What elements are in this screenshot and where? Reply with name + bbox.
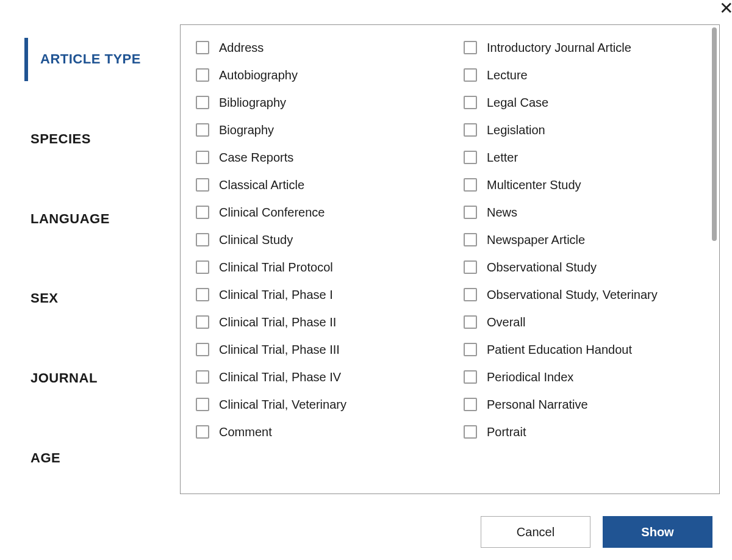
filter-option-label: Legal Case xyxy=(487,95,548,110)
checkbox-icon[interactable] xyxy=(464,96,477,109)
options-col-2: Introductory Journal ArticleLectureLegal… xyxy=(464,40,707,481)
filter-option[interactable]: Observational Study xyxy=(464,260,707,275)
filter-option[interactable]: Bibliography xyxy=(196,95,439,110)
filter-option[interactable]: Clinical Conference xyxy=(196,205,439,220)
filter-option-label: Clinical Trial, Veterinary xyxy=(219,397,346,412)
filter-option-label: Address xyxy=(219,40,264,55)
checkbox-icon[interactable] xyxy=(196,206,209,219)
cancel-button[interactable]: Cancel xyxy=(481,516,590,548)
filter-option[interactable]: Autobiography xyxy=(196,68,439,82)
filter-option[interactable]: Letter xyxy=(464,150,707,165)
filter-option-label: Newspaper Article xyxy=(487,232,585,247)
checkbox-icon[interactable] xyxy=(464,151,477,164)
options-panel: AddressAutobiographyBibliographyBiograph… xyxy=(180,24,720,494)
sidebar-item-language[interactable]: LANGUAGE xyxy=(0,198,180,241)
sidebar-item-species[interactable]: SPECIES xyxy=(0,118,180,161)
filter-option-label: Comment xyxy=(219,425,272,439)
checkbox-icon[interactable] xyxy=(464,370,477,384)
sidebar-item-label: LANGUAGE xyxy=(30,211,110,226)
checkbox-icon[interactable] xyxy=(464,233,477,246)
filter-option[interactable]: Classical Article xyxy=(196,178,439,192)
checkbox-icon[interactable] xyxy=(464,41,477,54)
sidebar-item-label: JOURNAL xyxy=(30,370,98,386)
filter-option[interactable]: Patient Education Handout xyxy=(464,342,707,357)
checkbox-icon[interactable] xyxy=(464,178,477,192)
checkbox-icon[interactable] xyxy=(196,288,209,301)
filter-option-label: Overall xyxy=(487,315,525,329)
filter-option[interactable]: Clinical Trial Protocol xyxy=(196,260,439,275)
filter-option[interactable]: Comment xyxy=(196,425,439,439)
filter-option[interactable]: Introductory Journal Article xyxy=(464,40,707,55)
checkbox-icon[interactable] xyxy=(464,398,477,411)
filter-option[interactable]: Observational Study, Veterinary xyxy=(464,287,707,302)
filter-option[interactable]: Clinical Trial, Veterinary xyxy=(196,397,439,412)
filter-option[interactable]: Overall xyxy=(464,315,707,329)
show-button[interactable]: Show xyxy=(603,516,712,548)
checkbox-icon[interactable] xyxy=(464,206,477,219)
filter-option[interactable]: Periodical Index xyxy=(464,370,707,384)
checkbox-icon[interactable] xyxy=(196,151,209,164)
filter-option[interactable]: Clinical Trial, Phase II xyxy=(196,315,439,329)
checkbox-icon[interactable] xyxy=(196,398,209,411)
checkbox-icon[interactable] xyxy=(464,288,477,301)
filter-option-label: Clinical Trial, Phase IV xyxy=(219,370,341,384)
options-col-1: AddressAutobiographyBibliographyBiograph… xyxy=(196,40,439,481)
sidebar-item-label: SPECIES xyxy=(30,131,91,146)
checkbox-icon[interactable] xyxy=(464,68,477,82)
checkbox-icon[interactable] xyxy=(196,343,209,356)
scrollbar-thumb[interactable] xyxy=(712,27,717,241)
checkbox-icon[interactable] xyxy=(196,260,209,274)
close-icon[interactable]: ✕ xyxy=(719,0,732,17)
sidebar-item-journal[interactable]: JOURNAL xyxy=(0,357,180,400)
filter-option[interactable]: News xyxy=(464,205,707,220)
filter-option-label: Patient Education Handout xyxy=(487,342,632,357)
checkbox-icon[interactable] xyxy=(196,123,209,137)
filter-option-label: Periodical Index xyxy=(487,370,573,384)
filter-dialog: ARTICLE TYPESPECIESLANGUAGESEXJOURNALAGE… xyxy=(0,0,732,494)
checkbox-icon[interactable] xyxy=(196,315,209,329)
checkbox-icon[interactable] xyxy=(464,343,477,356)
checkbox-icon[interactable] xyxy=(196,68,209,82)
filter-option-label: Clinical Study xyxy=(219,232,293,247)
scrollbar-track[interactable] xyxy=(712,27,717,491)
filter-option-label: Multicenter Study xyxy=(487,178,581,192)
sidebar-item-article-type[interactable]: ARTICLE TYPE xyxy=(24,38,180,81)
filter-option[interactable]: Legal Case xyxy=(464,95,707,110)
filter-option-label: Biography xyxy=(219,123,274,137)
filter-option[interactable]: Lecture xyxy=(464,68,707,82)
filter-option-label: Case Reports xyxy=(219,150,293,165)
checkbox-icon[interactable] xyxy=(464,425,477,439)
checkbox-icon[interactable] xyxy=(464,260,477,274)
filter-option[interactable]: Multicenter Study xyxy=(464,178,707,192)
checkbox-icon[interactable] xyxy=(464,315,477,329)
filter-option[interactable]: Personal Narrative xyxy=(464,397,707,412)
options-columns: AddressAutobiographyBibliographyBiograph… xyxy=(196,40,707,481)
sidebar-item-label: SEX xyxy=(30,290,59,306)
filter-option[interactable]: Clinical Study xyxy=(196,232,439,247)
filter-option-label: Clinical Trial, Phase I xyxy=(219,287,333,302)
filter-sidebar: ARTICLE TYPESPECIESLANGUAGESEXJOURNALAGE xyxy=(0,24,180,494)
checkbox-icon[interactable] xyxy=(464,123,477,137)
filter-option-label: Autobiography xyxy=(219,68,298,82)
filter-option-label: Personal Narrative xyxy=(487,397,588,412)
checkbox-icon[interactable] xyxy=(196,233,209,246)
checkbox-icon[interactable] xyxy=(196,370,209,384)
filter-option[interactable]: Clinical Trial, Phase I xyxy=(196,287,439,302)
sidebar-item-age[interactable]: AGE xyxy=(0,437,180,480)
filter-option-label: News xyxy=(487,205,517,220)
checkbox-icon[interactable] xyxy=(196,96,209,109)
checkbox-icon[interactable] xyxy=(196,425,209,439)
filter-option[interactable]: Case Reports xyxy=(196,150,439,165)
filter-option[interactable]: Clinical Trial, Phase IV xyxy=(196,370,439,384)
filter-option-label: Observational Study xyxy=(487,260,597,275)
filter-option[interactable]: Legislation xyxy=(464,123,707,137)
filter-option[interactable]: Biography xyxy=(196,123,439,137)
checkbox-icon[interactable] xyxy=(196,178,209,192)
filter-option[interactable]: Address xyxy=(196,40,439,55)
sidebar-item-sex[interactable]: SEX xyxy=(0,277,180,320)
filter-option[interactable]: Newspaper Article xyxy=(464,232,707,247)
filter-option-label: Bibliography xyxy=(219,95,286,110)
filter-option[interactable]: Portrait xyxy=(464,425,707,439)
checkbox-icon[interactable] xyxy=(196,41,209,54)
filter-option[interactable]: Clinical Trial, Phase III xyxy=(196,342,439,357)
